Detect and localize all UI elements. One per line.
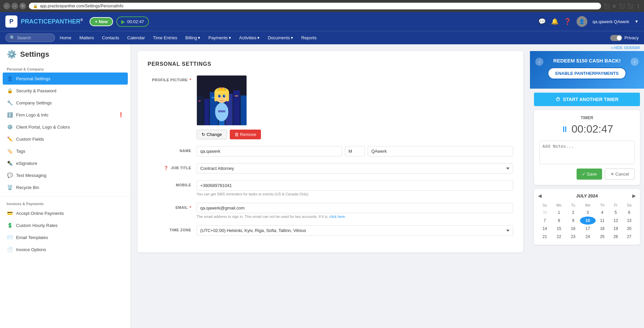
cal-cell-6[interactable]: 6 xyxy=(623,208,636,217)
extensions-icon[interactable]: ⬛ xyxy=(628,3,633,9)
email-input[interactable] xyxy=(197,203,513,213)
cal-cell-20[interactable]: 20 xyxy=(623,225,636,233)
calendar-prev-button[interactable]: ◀ xyxy=(538,193,542,198)
remove-picture-button[interactable]: 🗑 Remove xyxy=(230,130,261,139)
user-avatar[interactable]: 👤 xyxy=(577,16,587,27)
search-box[interactable]: 🔍 xyxy=(5,34,55,42)
nav-calendar[interactable]: Calendar xyxy=(124,33,148,43)
sidebar-item-email-templates[interactable]: ✉️ Email Templates xyxy=(0,231,130,243)
trash-icon: 🗑 xyxy=(234,132,239,137)
translate-icon[interactable]: ⬛ xyxy=(604,3,609,9)
cal-cell-8[interactable]: 8 xyxy=(551,217,566,225)
hide-sidebar-bar[interactable]: » HIDE SIDEBAR xyxy=(530,44,644,51)
nav-activities[interactable]: Activities ▾ xyxy=(236,33,263,43)
cal-cell-3[interactable]: 3 xyxy=(580,208,596,217)
privacy-switch[interactable] xyxy=(610,35,622,41)
promo-next-btn[interactable]: › xyxy=(631,58,639,66)
cal-cell-12[interactable]: 12 xyxy=(609,217,623,225)
cal-cell-30[interactable]: 30 xyxy=(538,208,551,217)
sidebar-item-company-settings[interactable]: 🔧 Company Settings xyxy=(0,97,130,109)
chat-icon[interactable]: 💬 xyxy=(538,18,546,25)
sidebar-item-security-password[interactable]: 🔒 Security & Password xyxy=(0,85,130,97)
cal-cell-1[interactable]: 1 xyxy=(551,208,566,217)
cal-cell-2[interactable]: 2 xyxy=(567,208,580,217)
nav-billing[interactable]: Billing ▾ xyxy=(182,33,204,43)
panel-title: PERSONAL SETTINGS xyxy=(148,61,513,67)
cal-cell-14[interactable]: 14 xyxy=(538,225,551,233)
timer-save-button[interactable]: ✓ Save xyxy=(577,169,602,180)
enable-pantherpayments-button[interactable]: ENABLE PANTHERPAYMENTS xyxy=(548,67,626,79)
timer-notes-input[interactable] xyxy=(539,141,635,164)
cal-cell-25[interactable]: 25 xyxy=(596,233,609,241)
sidebar-item-recycle-bin[interactable]: 🗑️ Recycle Bin xyxy=(0,181,130,193)
sidebar-item-custom-fields[interactable]: ✏️ Custom Fields xyxy=(0,133,130,145)
help-icon[interactable]: ❓ xyxy=(564,18,571,25)
sidebar-item-text-messaging[interactable]: 💬 Text Messaging xyxy=(0,169,130,181)
sidebar-item-custom-hourly[interactable]: 💲 Custom Hourly Rates xyxy=(0,219,130,231)
nav-reports[interactable]: Reports xyxy=(298,33,320,43)
cal-cell-11[interactable]: 11 xyxy=(596,217,609,225)
nav-time-entries[interactable]: Time Entries xyxy=(150,33,180,43)
middle-name-input[interactable] xyxy=(345,146,365,156)
first-name-input[interactable] xyxy=(197,146,342,156)
start-another-timer-button[interactable]: ⏱ START ANOTHER TIMER xyxy=(534,93,640,106)
refresh-btn[interactable]: ↻ xyxy=(19,3,26,9)
bookmark-icon[interactable]: ☆ xyxy=(612,3,616,9)
cal-cell-24[interactable]: 24 xyxy=(580,233,596,241)
cal-cell-17[interactable]: 17 xyxy=(580,225,596,233)
job-title-select[interactable]: Contract Attorney xyxy=(197,163,513,174)
email-hint-link[interactable]: click here. xyxy=(329,215,346,219)
back-btn[interactable]: ← xyxy=(3,3,10,9)
cal-cell-4[interactable]: 4 xyxy=(596,208,609,217)
cal-cell-26[interactable]: 26 xyxy=(609,233,623,241)
cal-cell-18[interactable]: 18 xyxy=(596,225,609,233)
bell-icon[interactable]: 🔔 xyxy=(551,18,558,25)
cal-cell-9[interactable]: 9 xyxy=(567,217,580,225)
cal-cell-27[interactable]: 27 xyxy=(623,233,636,241)
user-dropdown-arrow[interactable]: ▼ xyxy=(635,19,639,24)
sidebar-item-invoice-options[interactable]: 📄 Invoice Options xyxy=(0,243,130,255)
cal-cell-7[interactable]: 7 xyxy=(538,217,551,225)
nav-payments[interactable]: Payments ▾ xyxy=(205,33,234,43)
cal-cell-10[interactable]: 10 xyxy=(580,217,596,225)
cal-cell-19[interactable]: 19 xyxy=(609,225,623,233)
timezone-select[interactable]: (UTC+02:00) Helsinki, Kyiv, Riga, Sofia,… xyxy=(197,225,513,236)
more-icon[interactable]: ⋮ xyxy=(636,3,641,9)
nav-documents[interactable]: Documents ▾ xyxy=(264,33,297,43)
pause-icon[interactable]: ⏸ xyxy=(561,125,569,134)
svg-rect-3 xyxy=(204,99,209,125)
new-button[interactable]: + New xyxy=(90,17,113,26)
sidebar-item-firm-logo[interactable]: ℹ️ Firm Logo & Info ❗ xyxy=(0,109,130,121)
timer-cancel-button[interactable]: ✕ Cancel xyxy=(605,169,635,180)
sidebar-item-client-portal[interactable]: ⚙️ Client Portal, Logo & Colors xyxy=(0,121,130,133)
cal-cell-13[interactable]: 13 xyxy=(623,217,636,225)
cal-cell-16[interactable]: 16 xyxy=(567,225,580,233)
profile-icon[interactable]: ⬛ xyxy=(619,3,625,9)
cal-cell-22[interactable]: 22 xyxy=(551,233,566,241)
change-picture-button[interactable]: ↻ Change xyxy=(197,130,227,139)
promo-prev-btn[interactable]: ‹ xyxy=(535,58,543,66)
timer-header-button[interactable]: ▶ 00:02:47 xyxy=(116,16,149,27)
nav-matters[interactable]: Matters xyxy=(76,33,97,43)
privacy-toggle[interactable]: Privacy xyxy=(610,35,639,41)
sidebar-item-personal-settings[interactable]: 👤 Personal Settings xyxy=(3,73,128,85)
address-bar[interactable]: 🔒 app.practicepanther.com/Settings/Perso… xyxy=(29,3,601,9)
sidebar-item-esignature[interactable]: ✒️ eSignature xyxy=(0,157,130,169)
svg-rect-9 xyxy=(199,100,201,101)
user-name-label[interactable]: qa.qawerk QAwerk xyxy=(593,19,630,24)
cal-cell-5[interactable]: 5 xyxy=(609,208,623,217)
forward-btn[interactable]: → xyxy=(11,3,18,9)
cal-cell-15[interactable]: 15 xyxy=(551,225,566,233)
settings-panel: PERSONAL SETTINGS PROFILE PICTURE * xyxy=(138,51,523,252)
search-input[interactable] xyxy=(17,35,51,40)
settings-title: Settings xyxy=(20,50,49,59)
calendar-next-button[interactable]: ▶ xyxy=(632,193,636,198)
sidebar-item-tags[interactable]: 🏷️ Tags xyxy=(0,145,130,157)
cal-cell-23[interactable]: 23 xyxy=(567,233,580,241)
nav-contacts[interactable]: Contacts xyxy=(99,33,122,43)
cal-cell-21[interactable]: 21 xyxy=(538,233,551,241)
last-name-input[interactable] xyxy=(368,146,513,156)
sidebar-item-accept-payments[interactable]: 💳 Accept Online Payments xyxy=(0,207,130,219)
mobile-input[interactable] xyxy=(197,180,513,191)
nav-home[interactable]: Home xyxy=(56,33,75,43)
